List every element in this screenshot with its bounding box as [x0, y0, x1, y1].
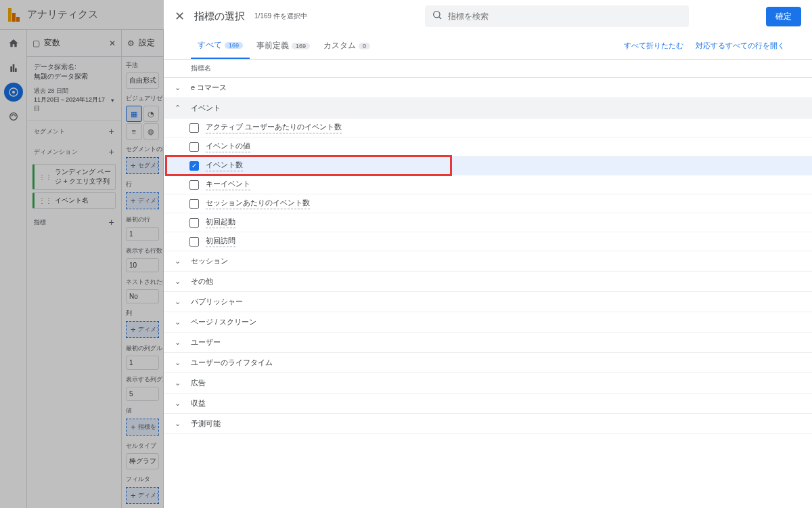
date-range-picker[interactable]: 過去 28 日間 11月20日～2024年12月17日 ▾: [27, 84, 121, 121]
add-metric-button[interactable]: +: [109, 217, 114, 228]
checkbox[interactable]: ✓: [189, 161, 199, 171]
explore-icon[interactable]: [4, 83, 23, 102]
search-input[interactable]: [448, 12, 682, 21]
metric-item[interactable]: セッションあたりのイベント数: [164, 194, 812, 213]
chevron-icon: ⌄: [175, 318, 187, 326]
startrow-input[interactable]: 1: [126, 227, 159, 241]
viz-geo-button[interactable]: ◍: [143, 123, 160, 140]
close-icon[interactable]: ✕: [109, 39, 116, 48]
modal-title: 指標の選択: [194, 10, 245, 23]
vals-dropzone[interactable]: +指標をドロップするか選択してくだ: [126, 419, 159, 436]
showrows-label: 表示する行数: [122, 242, 163, 257]
metric-item[interactable]: ✓イベント数: [164, 156, 812, 175]
nested-select[interactable]: No: [126, 289, 159, 303]
metric-group[interactable]: ⌄広告: [164, 373, 812, 394]
viz-donut-button[interactable]: ◔: [143, 106, 160, 122]
metric-group[interactable]: ⌄予測可能: [164, 414, 812, 434]
tab-すべて[interactable]: すべて169: [191, 33, 250, 59]
filter-dropzone[interactable]: +ディメンションやメトリクスをドロップするか選択してください: [126, 487, 159, 504]
ga-logo-icon: [8, 8, 22, 22]
metric-label: イベントの値: [206, 141, 250, 152]
expand-all-link[interactable]: 対応するすべての行を開く: [696, 41, 785, 51]
metric-group[interactable]: ⌄パブリッシャー: [164, 292, 812, 312]
metric-group[interactable]: ⌄その他: [164, 272, 812, 292]
dataset-label: データ探索名:: [34, 62, 114, 72]
layers-icon: ▢: [32, 39, 40, 48]
chevron-icon: ⌄: [175, 277, 187, 286]
metric-group[interactable]: ⌄e コマース: [164, 78, 812, 98]
settings-header: ⚙ 設定: [122, 30, 163, 57]
metric-group[interactable]: ⌄ユーザー: [164, 333, 812, 353]
metric-group[interactable]: ⌄収益: [164, 394, 812, 414]
modal-links: すべて折りたたむ 対応するすべての行を開く: [624, 41, 785, 51]
add-dimension-button[interactable]: +: [109, 146, 114, 157]
metric-group[interactable]: ⌄セッション: [164, 251, 812, 272]
celltype-select[interactable]: 棒グラフ: [126, 453, 159, 469]
add-segment-button[interactable]: +: [109, 126, 114, 137]
reports-icon[interactable]: [4, 58, 23, 77]
chevron-icon: ⌄: [175, 297, 187, 306]
metric-item[interactable]: キーイベント: [164, 175, 812, 194]
chip-label: イベント名: [55, 196, 89, 205]
segcmp-dropzone[interactable]: +セグメントをドロップするか選択し: [126, 157, 159, 174]
home-icon[interactable]: [4, 34, 23, 53]
cols-dropzone[interactable]: +ディメンションをドロップするか選: [126, 321, 159, 338]
settings-title: 設定: [139, 37, 155, 49]
checkbox[interactable]: [189, 123, 199, 133]
checkbox[interactable]: [189, 142, 199, 152]
metric-item[interactable]: イベントの値: [164, 137, 812, 156]
gear-icon: ⚙: [127, 39, 135, 48]
drag-handle-icon: ⋮⋮: [39, 173, 52, 181]
metric-group[interactable]: ⌃イベント: [164, 98, 812, 119]
chevron-icon: ⌄: [175, 358, 187, 367]
close-modal-button[interactable]: ✕: [175, 9, 185, 24]
metric-label: イベント数: [206, 160, 243, 171]
variables-panel: ▢ 変数 ✕ データ探索名: 無題のデータ探索 過去 28 日間 11月20日～…: [27, 30, 122, 508]
dimensions-section: ディメンション+: [27, 141, 121, 161]
variables-header: ▢ 変数 ✕: [27, 30, 121, 57]
checkbox[interactable]: [189, 180, 199, 190]
startcol-input[interactable]: 1: [126, 356, 159, 370]
metric-group[interactable]: ⌄ページ / スクリーン: [164, 312, 812, 333]
dataset-section: データ探索名: 無題のデータ探索: [27, 57, 121, 84]
chevron-icon: ⌄: [175, 399, 187, 408]
checkbox[interactable]: [189, 237, 199, 247]
chevron-icon: ⌄: [175, 83, 187, 92]
technique-label: 手法: [122, 57, 163, 71]
metric-item[interactable]: 初回訪問: [164, 232, 812, 251]
ads-icon[interactable]: [4, 107, 23, 126]
metrics-label: 指標: [34, 218, 47, 227]
search-field[interactable]: [425, 5, 689, 27]
metric-label: セッションあたりのイベント数: [206, 198, 310, 209]
plus-icon: +: [131, 324, 136, 335]
viz-row: ≡ ◍: [126, 123, 159, 140]
settings-panel: ⚙ 設定 手法 自由形式 ビジュアリゼーシ ▦ ◔ ≡ ◍ セグメントの比較 +…: [122, 30, 164, 508]
metric-item[interactable]: アクティブ ユーザーあたりのイベント数: [164, 119, 812, 137]
vals-label: 値: [122, 402, 163, 417]
viz-table-button[interactable]: ▦: [126, 106, 142, 122]
showrows-select[interactable]: 10: [126, 258, 159, 272]
chevron-icon: ⌃: [175, 104, 187, 112]
confirm-button[interactable]: 確定: [766, 7, 801, 26]
metric-picker-modal: ✕ 指標の選択 1/169 件を選択中 確定 すべて169事前定義169カスタム…: [164, 0, 812, 508]
checkbox[interactable]: [189, 199, 199, 209]
segcmp-label: セグメントの比較: [122, 141, 163, 155]
plus-icon: +: [131, 422, 136, 432]
tab-事前定義[interactable]: 事前定義169: [250, 33, 317, 59]
dimension-chip[interactable]: ⋮⋮ランディング ページ + クエリ文字列: [32, 164, 116, 190]
checkbox[interactable]: [189, 218, 199, 228]
chevron-icon: ⌄: [175, 379, 187, 387]
dimension-chip[interactable]: ⋮⋮イベント名: [32, 192, 116, 209]
showcols-select[interactable]: 5: [126, 387, 159, 401]
metric-item[interactable]: 初回起動: [164, 213, 812, 232]
technique-select[interactable]: 自由形式: [126, 72, 159, 89]
collapse-all-link[interactable]: すべて折りたたむ: [624, 41, 683, 51]
celltype-label: セルタイプ: [122, 438, 163, 452]
metric-group[interactable]: ⌄ユーザーのライフタイム: [164, 353, 812, 373]
viz-line-button[interactable]: ≡: [126, 123, 142, 140]
rows-dropzone[interactable]: +ディメンションをドロップするか選: [126, 192, 159, 209]
tab-カスタム[interactable]: カスタム0: [317, 33, 377, 59]
dataset-name[interactable]: 無題のデータ探索: [34, 72, 114, 81]
metric-list[interactable]: ⌄e コマース⌃イベントアクティブ ユーザーあたりのイベント数イベントの値✓イベ…: [164, 78, 812, 508]
filter-label: フィルタ: [122, 471, 163, 485]
